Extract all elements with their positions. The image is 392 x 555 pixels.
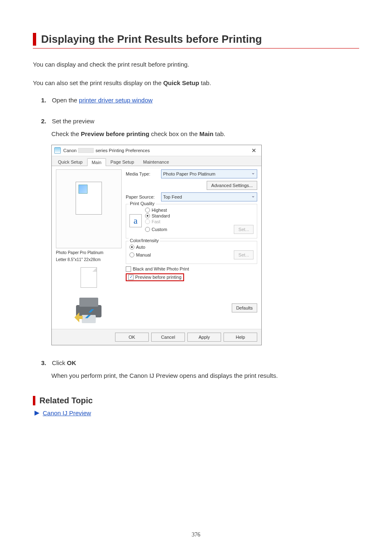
color-auto-radio[interactable] (129, 245, 134, 250)
radio-label: Highest (152, 208, 167, 213)
print-quality-label: Print Quality (129, 201, 156, 206)
quality-standard-radio[interactable] (145, 213, 150, 218)
arrow-right-icon (35, 411, 39, 416)
printer-icon (56, 293, 122, 326)
text-bold: Main (199, 130, 213, 137)
title-text: series Printing Preferences (95, 148, 150, 153)
media-type-combo[interactable]: Photo Paper Pro Platinum (161, 169, 257, 178)
quality-custom-radio[interactable] (145, 227, 150, 232)
printer-driver-link[interactable]: printer driver setup window (79, 97, 152, 104)
text: check box on the (149, 130, 199, 137)
paper-caption-1: Photo Paper Pro Platinum (56, 250, 122, 255)
cancel-button[interactable]: Cancel (151, 333, 185, 342)
step-number: 1. (41, 97, 50, 104)
color-intensity-label: Color/Intensity (129, 238, 160, 243)
title-text: Canon (63, 148, 76, 153)
tab-page-setup[interactable]: Page Setup (106, 158, 139, 166)
help-button[interactable]: Help (224, 333, 257, 342)
quality-set-button: Set... (234, 225, 254, 234)
quality-fast-radio (145, 219, 150, 224)
redacted-model (78, 148, 94, 153)
paper-preview-icon (76, 182, 102, 215)
canon-icon (54, 147, 61, 154)
radio-label: Manual (136, 252, 151, 257)
radio-label: Fast (152, 219, 160, 224)
step-number: 3. (41, 359, 50, 366)
printing-preferences-window: Canon series Printing Preferences ✕ Quic… (51, 145, 262, 345)
page-orientation-icon (81, 267, 97, 288)
tab-main[interactable]: Main (87, 158, 106, 166)
related-topic-heading: Related Topic (33, 396, 359, 405)
preview-before-printing-highlight: Preview before printing (126, 273, 184, 281)
step-1: 1. Open the printer driver setup window (33, 97, 359, 104)
bw-photo-checkbox[interactable] (126, 266, 131, 272)
step-text: Open the (52, 97, 79, 104)
window-titlebar: Canon series Printing Preferences ✕ (52, 145, 261, 156)
checkbox-label: Preview before printing (135, 275, 182, 280)
media-type-label: Media Type: (126, 171, 159, 176)
apply-button[interactable]: Apply (187, 333, 221, 342)
color-set-button: Set... (234, 250, 254, 259)
text: Check the (51, 130, 81, 137)
close-icon[interactable]: ✕ (249, 147, 259, 154)
canon-ij-preview-link[interactable]: Canon IJ Preview (43, 409, 91, 416)
radio-label: Custom (152, 227, 167, 232)
radio-label: Standard (152, 213, 170, 218)
paper-caption-2: Letter 8.5"x11" 22x28cm (56, 257, 122, 262)
quality-sample-icon: a (129, 214, 142, 227)
step-subtext: When you perform print, the Canon IJ Pre… (51, 371, 359, 381)
ok-button[interactable]: OK (115, 333, 149, 342)
tab-strip: Quick Setup Main Page Setup Maintenance (52, 156, 261, 166)
radio-label: Auto (136, 245, 145, 250)
step-number: 2. (41, 118, 50, 125)
quality-highest-radio[interactable] (145, 208, 150, 213)
intro-paragraph-1: You can display and check the print resu… (33, 60, 359, 69)
step-3: 3. Click OK When you perform print, the … (33, 359, 359, 381)
step-subtext: Check the Preview before printing check … (51, 130, 359, 139)
tab-maintenance[interactable]: Maintenance (138, 158, 173, 166)
color-manual-radio[interactable] (129, 252, 134, 257)
checkbox-label: Black and White Photo Print (133, 266, 189, 271)
color-intensity-group: Color/Intensity Auto Manual Set... (126, 241, 257, 264)
page-title: Displaying the Print Results before Prin… (41, 33, 359, 46)
step-title: Set the preview (52, 118, 94, 125)
text-bold: Quick Setup (163, 79, 199, 86)
text: tab. (199, 79, 211, 86)
text: tab. (213, 130, 225, 137)
dialog-footer: OK Cancel Apply Help (52, 329, 261, 345)
text: You can also set the print results displ… (33, 79, 163, 86)
paper-source-label: Paper Source: (126, 194, 159, 199)
step-2: 2. Set the preview Check the Preview bef… (33, 118, 359, 345)
text-bold: Preview before printing (81, 130, 150, 137)
tab-quick-setup[interactable]: Quick Setup (53, 158, 87, 166)
intro-paragraph-2: You can also set the print results displ… (33, 79, 359, 88)
step-text-bold: OK (67, 359, 76, 366)
paper-source-combo[interactable]: Top Feed (161, 192, 257, 201)
preview-before-printing-checkbox[interactable] (128, 275, 134, 280)
title-underline (33, 48, 359, 49)
svg-rect-1 (79, 298, 98, 307)
step-text: Click (52, 359, 67, 366)
a-letter: a (134, 215, 138, 226)
page-number: 376 (33, 532, 359, 538)
paper-preview-box (56, 169, 122, 248)
defaults-button[interactable]: Defaults (232, 303, 257, 312)
advanced-settings-button[interactable]: Advanced Settings... (207, 181, 257, 190)
print-quality-group: Print Quality a Highest Standard Fast Cu… (126, 204, 257, 238)
